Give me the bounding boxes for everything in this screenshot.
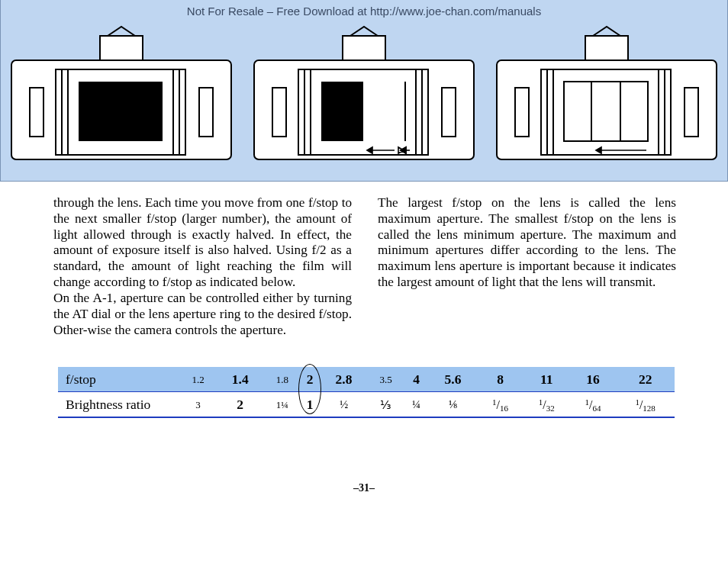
cell: 11 [523,367,570,392]
svg-rect-7 [79,82,163,141]
cell: 1/16 [477,392,523,418]
cell: 3 [180,392,216,418]
fstop-table-wrap: f/stop1.21.41.822.83.545.68111622Brightn… [58,367,675,418]
svg-rect-4 [173,69,179,155]
svg-rect-9 [343,36,385,60]
cell: 1 [300,392,319,418]
svg-rect-21 [585,36,628,60]
cell: 5.6 [429,367,477,392]
cell: 22 [616,367,675,392]
camera-aperture-closed-icon [494,22,720,164]
svg-rect-26 [685,88,698,137]
right-column: The largest f/stop on the lens is called… [378,195,676,338]
svg-rect-13 [272,88,286,137]
cell: 2 [300,367,319,392]
cell: ⅛ [429,392,477,418]
row-label: f/stop [58,367,180,392]
fstop-table: f/stop1.21.41.822.83.545.68111622Brightn… [58,367,675,418]
table-row: Brightness ratio321¼1½⅓¼⅛1/161/321/641/1… [58,392,675,418]
svg-rect-11 [304,69,311,155]
cell: 2.8 [320,367,368,392]
cell: 1/32 [523,392,570,418]
cell: ⅓ [368,392,404,418]
svg-rect-12 [416,69,422,155]
resale-note: Not For Resale – Free Download at http:/… [5,3,723,18]
illustration-band: Not For Resale – Free Download at http:/… [0,0,728,182]
cell: 4 [404,367,429,392]
svg-rect-23 [547,69,553,155]
table-row: f/stop1.21.41.822.83.545.68111622 [58,367,675,392]
left-column: through the lens. Each time you move fro… [53,195,352,338]
cell: 3.5 [368,367,404,392]
cell: 1/64 [570,392,617,418]
svg-rect-27 [564,82,648,141]
body-text: through the lens. Each time you move fro… [0,182,728,338]
svg-rect-3 [62,69,68,155]
cell: ¼ [404,392,429,418]
cell: 2 [216,392,264,418]
cell: 1.2 [180,367,216,392]
cell: 1.4 [216,367,264,392]
cell: 8 [477,367,523,392]
svg-rect-25 [515,88,529,137]
svg-rect-5 [30,88,43,137]
svg-rect-15 [321,82,362,141]
cell: 1/128 [616,392,675,418]
svg-rect-1 [100,36,143,60]
row-label: Brightness ratio [58,392,180,418]
camera-aperture-half-icon [251,22,477,164]
page-number: –31– [0,482,728,494]
cell: 1.8 [264,367,300,392]
cell: 16 [570,367,617,392]
svg-rect-14 [442,88,456,137]
cell: ½ [320,392,368,418]
svg-rect-6 [199,88,213,137]
camera-diagrams [5,22,723,164]
camera-aperture-open-icon [8,22,234,164]
svg-rect-24 [659,69,665,155]
cell: 1¼ [264,392,300,418]
